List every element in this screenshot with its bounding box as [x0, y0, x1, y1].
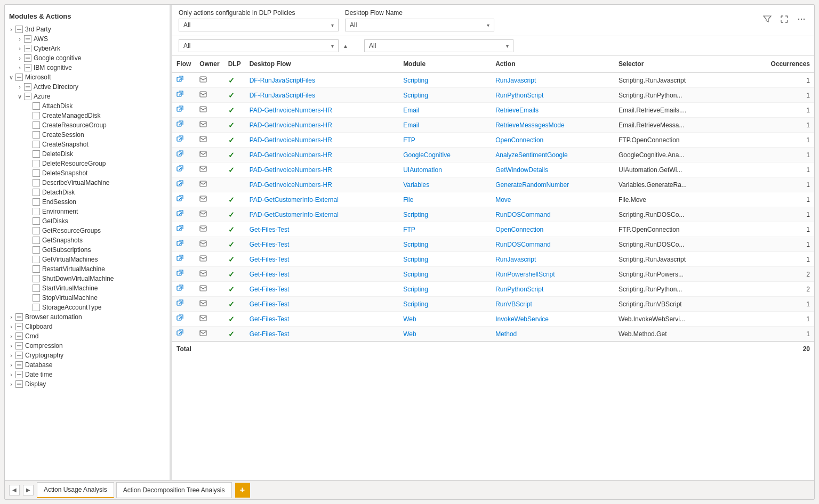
flow-link-icon[interactable] [176, 286, 184, 294]
sidebar-item-3rdparty[interactable]: ›3rd Party [5, 25, 170, 34]
cell-action[interactable]: Method [491, 327, 614, 342]
filter3-select[interactable]: All ▾ [179, 39, 339, 52]
flow-link-icon[interactable] [176, 300, 184, 308]
tree-checkbox-describevirtualmachine[interactable] [33, 179, 40, 186]
module-link[interactable]: Web [403, 330, 416, 338]
sidebar-item-createsession[interactable]: CreateSession [5, 130, 170, 140]
desktop-flow-link[interactable]: PAD-GetInvoiceNumbers-HR [250, 181, 332, 189]
module-link[interactable]: File [403, 196, 413, 204]
desktop-flow-link[interactable]: PAD-GetInvoiceNumbers-HR [250, 151, 332, 159]
tree-checkbox-getvirtualmachines[interactable] [33, 256, 40, 263]
cell-flow-icon[interactable] [172, 312, 195, 327]
cell-action[interactable]: Move [491, 192, 614, 207]
tree-checkbox-getsubscriptions[interactable] [33, 246, 40, 254]
sidebar-item-getsubscriptions[interactable]: GetSubscriptions [5, 245, 170, 255]
cell-action[interactable]: RunPowershellScript [491, 267, 614, 282]
cell-flow-icon[interactable] [172, 267, 195, 282]
tree-checkbox-activedirectory[interactable] [24, 83, 31, 91]
cell-desktop-flow[interactable]: PAD-GetInvoiceNumbers-HR [245, 162, 399, 177]
sidebar-item-display[interactable]: ›Display [5, 379, 170, 389]
tree-toggle-clipboard[interactable]: › [7, 323, 15, 330]
desktop-flow-link[interactable]: Get-Files-Test [250, 300, 290, 308]
cell-flow-icon[interactable] [172, 237, 195, 252]
more-options-icon[interactable] [795, 14, 808, 26]
cell-action[interactable]: OpenConnection [491, 222, 614, 237]
tree-checkbox-3rdparty[interactable] [15, 26, 23, 33]
action-link[interactable]: OpenConnection [495, 136, 543, 144]
cell-module[interactable]: Scripting [399, 267, 491, 282]
tree-toggle-ibmcognitive[interactable]: › [15, 64, 24, 71]
tree-checkbox-display[interactable] [15, 380, 23, 388]
sidebar-item-environment[interactable]: Environment [5, 207, 170, 216]
filter2-select[interactable]: All ▾ [345, 19, 494, 31]
sidebar-item-createmanagedisk[interactable]: CreateManagedDisk [5, 111, 170, 120]
tree-toggle-aws[interactable]: › [15, 36, 24, 42]
sidebar-item-clipboard[interactable]: ›Clipboard [5, 322, 170, 331]
desktop-flow-link[interactable]: Get-Files-Test [250, 330, 290, 338]
sidebar-item-getsnapshots[interactable]: GetSnapshots [5, 235, 170, 245]
flow-link-icon[interactable] [176, 136, 184, 144]
sidebar-item-cmd[interactable]: ›Cmd [5, 331, 170, 341]
flow-link-icon[interactable] [176, 151, 184, 159]
cell-module[interactable]: FTP [399, 133, 491, 148]
tree-checkbox-deletesnapshot[interactable] [33, 169, 40, 177]
module-link[interactable]: Scripting [403, 286, 428, 293]
cell-module[interactable]: Email [399, 118, 491, 133]
module-link[interactable]: UIAutomation [403, 166, 442, 174]
cell-module[interactable]: FTP [399, 222, 491, 237]
flow-link-icon[interactable] [176, 196, 184, 204]
desktop-flow-link[interactable]: PAD-GetInvoiceNumbers-HR [250, 136, 332, 144]
action-link[interactable]: InvokeWebService [495, 315, 549, 323]
cell-action[interactable]: RunDOSCommand [491, 207, 614, 222]
cell-action[interactable]: RunJavascript [491, 72, 614, 88]
tree-checkbox-endsession[interactable] [33, 198, 40, 206]
sidebar-item-stopvirtualmachine[interactable]: StopVirtualMachine [5, 293, 170, 303]
tab-action-usage[interactable]: Action Usage Analysis [37, 482, 114, 498]
cell-action[interactable]: RunDOSCommand [491, 237, 614, 252]
tree-checkbox-googlecognitive[interactable] [24, 54, 31, 62]
cell-module[interactable]: Web [399, 327, 491, 342]
tree-toggle-database[interactable]: › [7, 362, 15, 368]
cell-desktop-flow[interactable]: Get-Files-Test [245, 312, 399, 327]
tree-toggle-microsoft[interactable]: ∨ [7, 74, 15, 81]
cell-action[interactable]: RetrieveMessagesMode [491, 118, 614, 133]
sidebar-item-startvirtualmachine[interactable]: StartVirtualMachine [5, 283, 170, 293]
cell-flow-icon[interactable] [172, 177, 195, 192]
desktop-flow-link[interactable]: Get-Files-Test [250, 286, 290, 293]
tree-toggle-cyberark[interactable]: › [15, 45, 24, 52]
cell-flow-icon[interactable] [172, 133, 195, 148]
action-link[interactable]: GenerateRandomNumber [495, 181, 569, 189]
sidebar-item-browserautomation[interactable]: ›Browser automation [5, 312, 170, 322]
tree-checkbox-getdisks[interactable] [33, 217, 40, 225]
cell-desktop-flow[interactable]: Get-Files-Test [245, 327, 399, 342]
desktop-flow-link[interactable]: Get-Files-Test [250, 315, 290, 323]
tree-checkbox-aws[interactable] [24, 35, 31, 43]
cell-desktop-flow[interactable]: Get-Files-Test [245, 252, 399, 267]
tree-checkbox-cmd[interactable] [15, 332, 23, 340]
cell-module[interactable]: Scripting [399, 282, 491, 297]
tree-checkbox-compression[interactable] [15, 342, 23, 349]
flow-link-icon[interactable] [176, 315, 184, 323]
sidebar-item-deleteresourcegroup[interactable]: DeleteResourceGroup [5, 159, 170, 168]
module-link[interactable]: Scripting [403, 300, 428, 308]
cell-module[interactable]: Scripting [399, 252, 491, 267]
sidebar-item-createsnapshot[interactable]: CreateSnapshot [5, 140, 170, 149]
action-link[interactable]: OpenConnection [495, 226, 543, 233]
action-link[interactable]: RetrieveEmails [495, 107, 539, 114]
desktop-flow-link[interactable]: Get-Files-Test [250, 256, 290, 263]
action-link[interactable]: RetrieveMessagesMode [495, 121, 564, 129]
tree-checkbox-datetime[interactable] [15, 371, 23, 378]
cell-module[interactable]: Variables [399, 177, 491, 192]
sidebar-item-compression[interactable]: ›Compression [5, 341, 170, 351]
sidebar-item-datetime[interactable]: ›Date time [5, 370, 170, 379]
cell-desktop-flow[interactable]: DF-RunJavaScriptFiles [245, 72, 399, 88]
tree-checkbox-azure[interactable] [24, 93, 31, 100]
action-link[interactable]: RunPythonScript [495, 92, 543, 99]
cell-desktop-flow[interactable]: Get-Files-Test [245, 282, 399, 297]
sidebar-item-restartvirtualmachine[interactable]: RestartVirtualMachine [5, 264, 170, 274]
cell-action[interactable]: RetrieveEmails [491, 103, 614, 118]
filter-icon[interactable] [761, 14, 774, 26]
sidebar-item-storageaccounttype[interactable]: StorageAccountType [5, 303, 170, 312]
cell-module[interactable]: Scripting [399, 88, 491, 103]
sidebar-item-microsoft[interactable]: ∨Microsoft [5, 72, 170, 82]
